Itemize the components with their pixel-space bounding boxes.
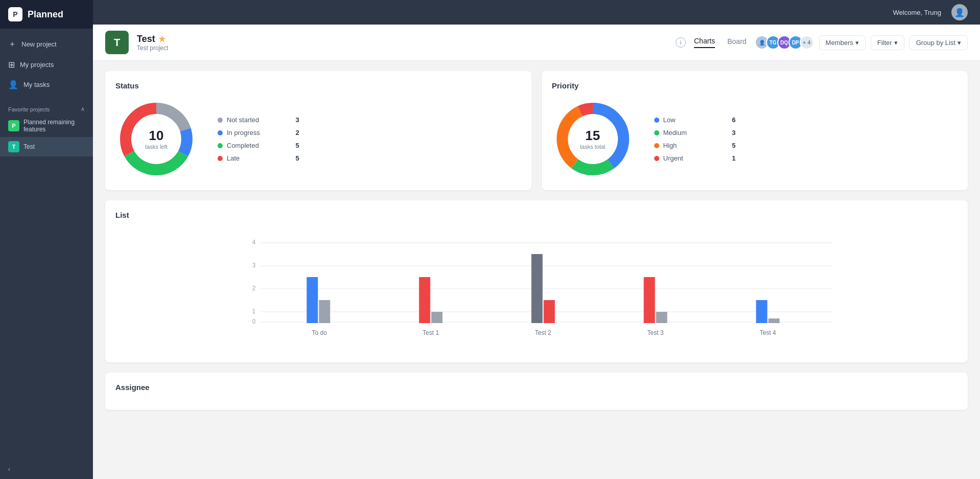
- charts-area: Status: [93, 61, 980, 420]
- bar-test4-blue: [756, 300, 768, 323]
- new-project-button[interactable]: ＋ New project: [0, 34, 93, 55]
- bar-test2-red: [544, 300, 555, 323]
- legend-item-late: Late 5: [218, 154, 299, 162]
- legend-label-not-started: Not started: [227, 116, 259, 124]
- sidebar-nav: ＋ New project ⊞ My projects 👤 My tasks: [0, 29, 93, 100]
- my-projects-label: My projects: [20, 61, 54, 69]
- svg-text:1: 1: [252, 308, 256, 315]
- list-chart-card: List 0 1 2 3 4: [105, 200, 968, 362]
- chevron-left-icon: ‹: [8, 466, 10, 473]
- my-projects-button[interactable]: ⊞ My projects: [0, 55, 93, 75]
- main-area: Welcome, Trung 👤 T Test ★ Test project i…: [93, 0, 980, 479]
- bar-test4-gray: [769, 318, 780, 323]
- members-label: Members: [826, 39, 853, 47]
- members-button[interactable]: Members ▾: [819, 35, 866, 50]
- members-avatars: 👤 TG DQ DP + 4: [755, 35, 814, 50]
- legend-item-not-started: Not started 3: [218, 116, 299, 124]
- legend-label-completed: Completed: [227, 142, 259, 149]
- grid-icon: ⊞: [8, 60, 15, 70]
- status-legend: Not started 3 In progress 2 Completed: [218, 116, 299, 162]
- bar-label-test1: Test 1: [422, 329, 439, 336]
- bar-todo-gray: [319, 300, 330, 323]
- status-center-label: tasks left: [145, 144, 167, 150]
- legend-label-in-progress: In progress: [227, 129, 260, 136]
- legend-dot-medium: [654, 130, 659, 135]
- topbar: Welcome, Trung 👤: [93, 0, 980, 25]
- priority-chart-content: 15 tasks total Low 6: [552, 98, 958, 180]
- status-center-number: 10: [145, 128, 167, 144]
- legend-dot-in-progress: [218, 130, 223, 135]
- svg-text:2: 2: [252, 285, 256, 292]
- legend-item-low: Low 6: [654, 116, 736, 124]
- logo-icon: P: [8, 7, 22, 21]
- project-actions: 👤 TG DQ DP + 4 Members ▾ Filter ▾: [755, 35, 968, 50]
- project-name: Test ★: [137, 34, 667, 44]
- collapse-chevron-icon[interactable]: ∧: [81, 106, 85, 112]
- status-donut-center: 10 tasks left: [145, 128, 167, 150]
- sidebar: P Planned ＋ New project ⊞ My projects 👤 …: [0, 0, 93, 479]
- sidebar-item-planned[interactable]: P Planned remaining features: [0, 115, 93, 137]
- list-bar-chart: 0 1 2 3 4 To do Test 1: [115, 227, 958, 352]
- status-chart-card: Status: [105, 71, 532, 190]
- bar-test1-red: [419, 277, 431, 323]
- project-info: Test ★ Test project: [137, 34, 667, 52]
- content-area: T Test ★ Test project i Charts Board: [93, 25, 980, 479]
- assignee-chart-card: Assignee: [105, 373, 968, 410]
- priority-chart-title: Priority: [552, 81, 958, 90]
- project-subtitle: Test project: [137, 44, 667, 52]
- bar-test3-red: [644, 277, 655, 323]
- bar-test2-gray: [532, 254, 543, 323]
- bar-label-todo: To do: [312, 329, 327, 336]
- priority-donut: 15 tasks total: [552, 98, 634, 180]
- legend-label-low: Low: [663, 116, 676, 124]
- tab-charts[interactable]: Charts: [694, 37, 715, 48]
- info-icon[interactable]: i: [676, 37, 686, 48]
- favorite-projects-label: Favorite projects: [8, 106, 50, 112]
- my-tasks-button[interactable]: 👤 My tasks: [0, 75, 93, 95]
- legend-item-high: High 5: [654, 142, 736, 149]
- bar-label-test4: Test 4: [759, 329, 776, 336]
- my-tasks-label: My tasks: [23, 81, 50, 88]
- members-plus-badge: + 4: [800, 35, 814, 50]
- list-chart-title: List: [115, 211, 958, 219]
- new-project-label: New project: [21, 40, 57, 48]
- legend-item-completed: Completed 5: [218, 142, 299, 149]
- priority-chart-card: Priority: [542, 71, 968, 190]
- project-badge-t: T: [8, 141, 19, 152]
- charts-row-1: Status: [105, 71, 968, 190]
- legend-count-late: 5: [296, 154, 299, 162]
- welcome-text: Welcome, Trung: [893, 9, 941, 16]
- svg-text:3: 3: [252, 262, 256, 269]
- project-icon: T: [105, 31, 129, 54]
- star-icon[interactable]: ★: [158, 34, 165, 44]
- legend-label-medium: Medium: [663, 129, 687, 136]
- group-by-button[interactable]: Group by List ▾: [910, 35, 968, 50]
- status-chart-content: 10 tasks left Not started 3: [115, 98, 521, 180]
- bar-label-test2: Test 2: [535, 329, 551, 336]
- bar-label-test3: Test 3: [647, 329, 663, 336]
- filter-button[interactable]: Filter ▾: [871, 35, 904, 50]
- sidebar-item-test[interactable]: T Test: [0, 137, 93, 156]
- legend-item-urgent: Urgent 1: [654, 154, 736, 162]
- sidebar-collapse-button[interactable]: ‹: [0, 460, 93, 479]
- tab-board[interactable]: Board: [727, 37, 746, 48]
- legend-count-completed: 5: [296, 142, 299, 149]
- svg-text:0: 0: [252, 318, 256, 325]
- bar-test3-gray: [656, 312, 667, 323]
- legend-item-in-progress: In progress 2: [218, 129, 299, 136]
- members-chevron-icon: ▾: [855, 39, 859, 47]
- legend-label-high: High: [663, 142, 677, 149]
- group-by-label: Group by List: [916, 39, 955, 47]
- favorite-projects-section: Favorite projects ∧: [0, 100, 93, 115]
- legend-label-urgent: Urgent: [663, 154, 683, 162]
- legend-dot-not-started: [218, 118, 223, 123]
- app-logo: P Planned: [0, 0, 93, 29]
- legend-label-late: Late: [227, 154, 240, 162]
- filter-chevron-icon: ▾: [894, 39, 898, 47]
- priority-center-number: 15: [580, 128, 606, 144]
- plus-icon: ＋: [8, 39, 16, 50]
- project-tabs: Charts Board: [694, 37, 747, 48]
- legend-dot-completed: [218, 143, 223, 148]
- assignee-chart-title: Assignee: [115, 383, 958, 392]
- list-bar-chart-svg: 0 1 2 3 4 To do Test 1: [115, 233, 958, 345]
